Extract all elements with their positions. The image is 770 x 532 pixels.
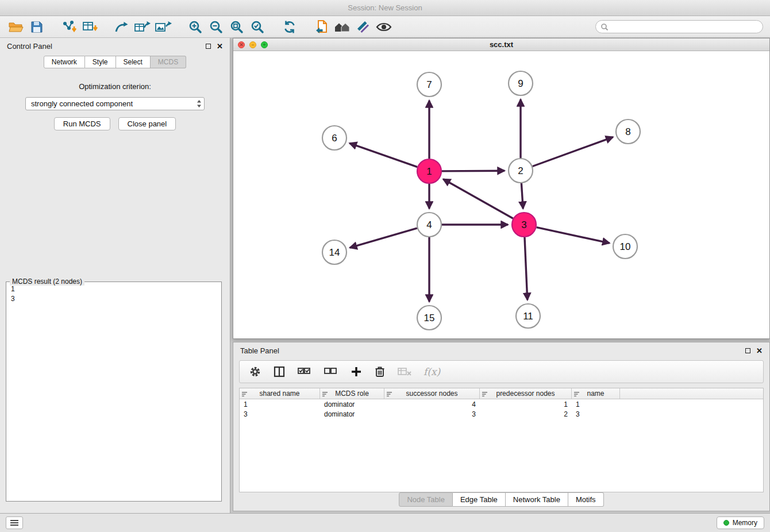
edge-3-1[interactable] bbox=[443, 179, 513, 218]
close-panel-icon[interactable]: ✕ bbox=[217, 43, 223, 50]
open-folder-icon[interactable] bbox=[6, 18, 26, 36]
edge-3-11[interactable] bbox=[525, 237, 528, 300]
column-header[interactable]: MCDS role bbox=[320, 388, 384, 399]
network-canvas[interactable]: 7968124314101511 bbox=[233, 51, 769, 338]
edge-2-8[interactable] bbox=[533, 137, 613, 167]
edge-4-14[interactable] bbox=[350, 228, 417, 248]
tab-select[interactable]: Select bbox=[116, 56, 151, 68]
edge-1-6[interactable] bbox=[349, 143, 417, 167]
zoom-in-icon[interactable] bbox=[185, 18, 206, 36]
column-header[interactable]: predecessor nodes bbox=[480, 388, 572, 399]
table-toolbar: f(x) bbox=[239, 360, 764, 383]
table-cell: 3 bbox=[240, 410, 320, 418]
node-1[interactable]: 1 bbox=[417, 159, 441, 183]
memory-status-dot bbox=[723, 520, 729, 526]
table-panel: Table Panel ✕ f(x) bbox=[233, 342, 770, 511]
tab-style[interactable]: Style bbox=[85, 56, 116, 68]
export-image-icon[interactable] bbox=[153, 18, 174, 36]
zoom-out-icon[interactable] bbox=[206, 18, 226, 36]
node-3[interactable]: 3 bbox=[512, 213, 536, 237]
run-mcds-button[interactable]: Run MCDS bbox=[54, 117, 110, 130]
create-column-plus-icon[interactable] bbox=[350, 365, 363, 378]
node-8[interactable]: 8 bbox=[616, 119, 640, 144]
mcds-result-line: 3 bbox=[11, 294, 217, 304]
tab-node-table[interactable]: Node Table bbox=[399, 492, 453, 507]
svg-text:3: 3 bbox=[521, 219, 526, 230]
close-window-icon[interactable]: ✕ bbox=[238, 41, 245, 48]
svg-text:7: 7 bbox=[426, 79, 432, 90]
maximize-window-icon[interactable]: + bbox=[261, 41, 268, 48]
column-header[interactable]: name bbox=[572, 388, 620, 399]
search-input[interactable] bbox=[611, 23, 758, 31]
memory-button[interactable]: Memory bbox=[717, 516, 764, 529]
mcds-result-title: MCDS result (2 nodes) bbox=[10, 277, 84, 286]
column-header[interactable]: shared name bbox=[240, 388, 320, 399]
tab-mcds[interactable]: MCDS bbox=[151, 56, 186, 68]
select-all-columns-icon[interactable] bbox=[297, 366, 312, 377]
table-settings-gear-icon[interactable] bbox=[249, 365, 261, 378]
tab-network-table[interactable]: Network Table bbox=[506, 492, 568, 507]
edge-2-3[interactable] bbox=[521, 183, 523, 209]
column-label: name bbox=[587, 390, 604, 398]
float-panel-icon[interactable] bbox=[206, 44, 211, 49]
delete-table-icon bbox=[397, 366, 412, 377]
import-network-icon[interactable] bbox=[59, 18, 79, 36]
node-15[interactable]: 15 bbox=[417, 306, 441, 330]
unselect-all-columns-icon[interactable] bbox=[324, 366, 338, 377]
svg-text:14: 14 bbox=[329, 247, 340, 258]
column-label: successor nodes bbox=[406, 390, 457, 398]
save-icon[interactable] bbox=[26, 18, 47, 36]
svg-text:1: 1 bbox=[426, 166, 432, 177]
optimization-criterion-select[interactable]: strongly connected component bbox=[25, 97, 205, 110]
zoom-fit-icon[interactable] bbox=[226, 18, 247, 36]
network-window-titlebar[interactable]: ✕ − + scc.txt bbox=[233, 38, 769, 51]
node-10[interactable]: 10 bbox=[613, 234, 637, 259]
main-toolbar bbox=[0, 16, 770, 38]
node-9[interactable]: 9 bbox=[509, 71, 533, 95]
delete-column-trash-icon[interactable] bbox=[374, 365, 386, 378]
edge-3-10[interactable] bbox=[537, 228, 610, 243]
table-row[interactable]: 3dominator323 bbox=[240, 409, 763, 419]
list-icon bbox=[10, 519, 19, 526]
show-columns-icon[interactable] bbox=[273, 365, 286, 378]
tab-edge-table[interactable]: Edge Table bbox=[453, 492, 506, 507]
home-icon[interactable] bbox=[332, 18, 353, 36]
edge-1-2[interactable] bbox=[442, 171, 505, 171]
node-6[interactable]: 6 bbox=[322, 126, 346, 150]
node-11[interactable]: 11 bbox=[516, 304, 540, 328]
control-panel-title: Control Panel bbox=[7, 42, 52, 51]
zoom-selected-icon[interactable] bbox=[247, 18, 268, 36]
window-title: Session: New Session bbox=[0, 0, 770, 16]
close-panel-button[interactable]: Close panel bbox=[118, 117, 176, 130]
task-history-button[interactable] bbox=[6, 516, 23, 529]
export-table-icon[interactable] bbox=[132, 18, 153, 36]
node-14[interactable]: 14 bbox=[322, 240, 346, 264]
tab-network[interactable]: Network bbox=[44, 56, 85, 68]
import-table-icon[interactable] bbox=[79, 18, 100, 36]
float-panel-icon[interactable] bbox=[745, 348, 750, 353]
show-graphics-details-icon[interactable] bbox=[374, 18, 394, 36]
table-cell: 2 bbox=[480, 410, 572, 418]
mcds-result-box: MCDS result (2 nodes) 1 3 bbox=[6, 282, 222, 502]
close-panel-icon[interactable]: ✕ bbox=[756, 347, 763, 354]
apply-style-icon[interactable] bbox=[353, 18, 374, 36]
search-box[interactable] bbox=[595, 20, 763, 33]
svg-text:8: 8 bbox=[625, 126, 630, 137]
node-7[interactable]: 7 bbox=[417, 72, 441, 97]
table-header-row: shared name MCDS role successor nodes pr… bbox=[240, 388, 763, 399]
table-row[interactable]: 1dominator411 bbox=[240, 399, 763, 409]
export-network-icon[interactable] bbox=[111, 18, 132, 36]
mcds-result-lines: 1 3 bbox=[6, 282, 221, 306]
node-2[interactable]: 2 bbox=[509, 159, 533, 183]
column-label: predecessor nodes bbox=[496, 390, 555, 398]
column-header[interactable]: successor nodes bbox=[384, 388, 480, 399]
column-sort-icon bbox=[242, 391, 248, 399]
minimize-window-icon[interactable]: − bbox=[249, 41, 256, 48]
refresh-icon[interactable] bbox=[279, 18, 300, 36]
column-sort-icon bbox=[322, 391, 328, 399]
tab-motifs[interactable]: Motifs bbox=[568, 492, 604, 507]
clone-network-icon[interactable] bbox=[311, 18, 332, 36]
selected-option: strongly connected component bbox=[31, 99, 133, 108]
node-4[interactable]: 4 bbox=[417, 213, 441, 237]
table-tabs: Node Table Edge Table Network Table Moti… bbox=[233, 492, 769, 507]
